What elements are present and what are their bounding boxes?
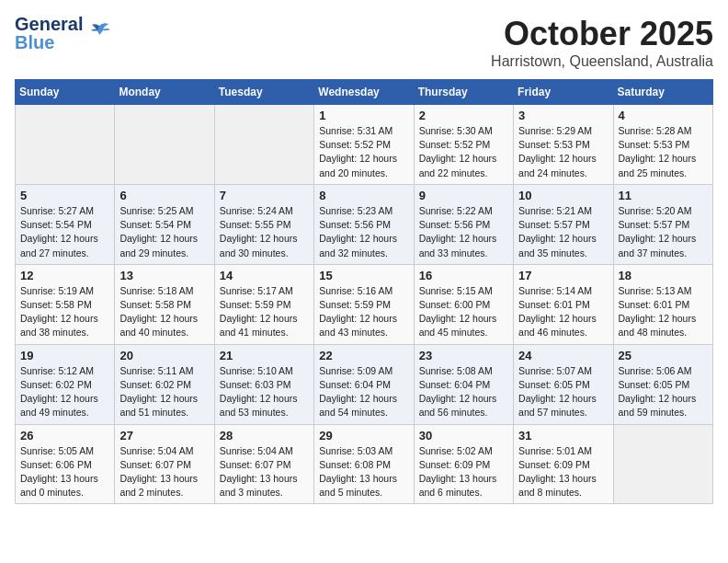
day-info: Sunrise: 5:22 AM Sunset: 5:56 PM Dayligh… <box>419 204 508 260</box>
calendar-body: 1Sunrise: 5:31 AM Sunset: 5:52 PM Daylig… <box>16 105 713 504</box>
day-cell: 7Sunrise: 5:24 AM Sunset: 5:55 PM Daylig… <box>214 184 313 264</box>
logo-blue: Blue <box>15 33 83 52</box>
day-info: Sunrise: 5:18 AM Sunset: 5:58 PM Dayligh… <box>119 284 209 340</box>
day-info: Sunrise: 5:04 AM Sunset: 6:07 PM Dayligh… <box>119 444 209 500</box>
day-info: Sunrise: 5:04 AM Sunset: 6:07 PM Dayligh… <box>220 444 309 500</box>
day-number: 12 <box>20 269 109 282</box>
day-number: 2 <box>419 109 508 122</box>
day-cell: 27Sunrise: 5:04 AM Sunset: 6:07 PM Dayli… <box>115 424 214 504</box>
col-header-monday: Monday <box>115 80 214 105</box>
day-cell: 8Sunrise: 5:23 AM Sunset: 5:56 PM Daylig… <box>314 184 414 264</box>
day-number: 18 <box>619 269 708 282</box>
day-cell: 18Sunrise: 5:13 AM Sunset: 6:01 PM Dayli… <box>613 264 712 344</box>
day-info: Sunrise: 5:01 AM Sunset: 6:09 PM Dayligh… <box>518 444 608 500</box>
day-cell: 17Sunrise: 5:14 AM Sunset: 6:01 PM Dayli… <box>514 264 613 344</box>
day-cell <box>613 424 712 504</box>
day-number: 28 <box>220 429 309 442</box>
day-cell: 20Sunrise: 5:11 AM Sunset: 6:02 PM Dayli… <box>115 344 214 424</box>
day-cell: 9Sunrise: 5:22 AM Sunset: 5:56 PM Daylig… <box>414 184 513 264</box>
day-info: Sunrise: 5:28 AM Sunset: 5:53 PM Dayligh… <box>619 124 708 180</box>
day-number: 17 <box>518 269 608 282</box>
logo-bird-icon <box>86 18 112 44</box>
day-info: Sunrise: 5:05 AM Sunset: 6:06 PM Dayligh… <box>20 444 109 500</box>
col-header-sunday: Sunday <box>16 80 115 105</box>
page-header: General Blue October 2025 Harristown, Qu… <box>15 15 713 70</box>
day-cell: 21Sunrise: 5:10 AM Sunset: 6:03 PM Dayli… <box>214 344 313 424</box>
day-info: Sunrise: 5:02 AM Sunset: 6:09 PM Dayligh… <box>419 444 508 500</box>
day-number: 9 <box>419 189 508 202</box>
logo: General Blue <box>15 15 112 52</box>
month-title: October 2025 <box>491 15 713 53</box>
day-number: 27 <box>119 429 209 442</box>
day-cell: 19Sunrise: 5:12 AM Sunset: 6:02 PM Dayli… <box>16 344 115 424</box>
day-number: 29 <box>319 429 408 442</box>
day-info: Sunrise: 5:03 AM Sunset: 6:08 PM Dayligh… <box>319 444 408 500</box>
day-info: Sunrise: 5:27 AM Sunset: 5:54 PM Dayligh… <box>20 204 109 260</box>
day-info: Sunrise: 5:20 AM Sunset: 5:57 PM Dayligh… <box>619 204 708 260</box>
day-cell: 14Sunrise: 5:17 AM Sunset: 5:59 PM Dayli… <box>214 264 313 344</box>
day-info: Sunrise: 5:17 AM Sunset: 5:59 PM Dayligh… <box>220 284 309 340</box>
day-cell: 5Sunrise: 5:27 AM Sunset: 5:54 PM Daylig… <box>16 184 115 264</box>
day-cell: 4Sunrise: 5:28 AM Sunset: 5:53 PM Daylig… <box>613 105 712 185</box>
day-cell: 22Sunrise: 5:09 AM Sunset: 6:04 PM Dayli… <box>314 344 414 424</box>
day-cell: 15Sunrise: 5:16 AM Sunset: 5:59 PM Dayli… <box>314 264 414 344</box>
day-number: 11 <box>619 189 708 202</box>
day-number: 5 <box>20 189 109 202</box>
location-subtitle: Harristown, Queensland, Australia <box>491 53 713 70</box>
week-row-4: 19Sunrise: 5:12 AM Sunset: 6:02 PM Dayli… <box>16 344 713 424</box>
day-info: Sunrise: 5:06 AM Sunset: 6:05 PM Dayligh… <box>619 364 708 420</box>
day-number: 16 <box>419 269 508 282</box>
day-number: 10 <box>518 189 608 202</box>
day-number: 4 <box>619 109 708 122</box>
day-info: Sunrise: 5:23 AM Sunset: 5:56 PM Dayligh… <box>319 204 408 260</box>
day-number: 8 <box>319 189 408 202</box>
week-row-5: 26Sunrise: 5:05 AM Sunset: 6:06 PM Dayli… <box>16 424 713 504</box>
day-info: Sunrise: 5:09 AM Sunset: 6:04 PM Dayligh… <box>319 364 408 420</box>
day-cell <box>214 105 313 185</box>
day-info: Sunrise: 5:11 AM Sunset: 6:02 PM Dayligh… <box>119 364 209 420</box>
col-header-tuesday: Tuesday <box>214 80 313 105</box>
day-info: Sunrise: 5:30 AM Sunset: 5:52 PM Dayligh… <box>419 124 508 180</box>
day-cell: 1Sunrise: 5:31 AM Sunset: 5:52 PM Daylig… <box>314 105 414 185</box>
day-cell <box>115 105 214 185</box>
logo-general: General <box>15 15 83 33</box>
day-info: Sunrise: 5:25 AM Sunset: 5:54 PM Dayligh… <box>119 204 209 260</box>
day-cell: 25Sunrise: 5:06 AM Sunset: 6:05 PM Dayli… <box>613 344 712 424</box>
col-header-wednesday: Wednesday <box>314 80 414 105</box>
day-cell: 23Sunrise: 5:08 AM Sunset: 6:04 PM Dayli… <box>414 344 513 424</box>
title-block: October 2025 Harristown, Queensland, Aus… <box>491 15 713 70</box>
week-row-2: 5Sunrise: 5:27 AM Sunset: 5:54 PM Daylig… <box>16 184 713 264</box>
day-info: Sunrise: 5:29 AM Sunset: 5:53 PM Dayligh… <box>518 124 608 180</box>
day-number: 1 <box>319 109 408 122</box>
day-cell: 31Sunrise: 5:01 AM Sunset: 6:09 PM Dayli… <box>514 424 613 504</box>
day-cell: 10Sunrise: 5:21 AM Sunset: 5:57 PM Dayli… <box>514 184 613 264</box>
day-cell <box>16 105 115 185</box>
day-cell: 30Sunrise: 5:02 AM Sunset: 6:09 PM Dayli… <box>414 424 513 504</box>
day-cell: 16Sunrise: 5:15 AM Sunset: 6:00 PM Dayli… <box>414 264 513 344</box>
day-cell: 26Sunrise: 5:05 AM Sunset: 6:06 PM Dayli… <box>16 424 115 504</box>
day-info: Sunrise: 5:12 AM Sunset: 6:02 PM Dayligh… <box>20 364 109 420</box>
day-number: 21 <box>220 349 309 362</box>
day-cell: 3Sunrise: 5:29 AM Sunset: 5:53 PM Daylig… <box>514 105 613 185</box>
col-header-saturday: Saturday <box>613 80 712 105</box>
day-number: 23 <box>419 349 508 362</box>
day-cell: 12Sunrise: 5:19 AM Sunset: 5:58 PM Dayli… <box>16 264 115 344</box>
col-header-thursday: Thursday <box>414 80 513 105</box>
days-of-week-row: SundayMondayTuesdayWednesdayThursdayFrid… <box>16 80 713 105</box>
day-number: 14 <box>220 269 309 282</box>
day-number: 3 <box>518 109 608 122</box>
day-cell: 11Sunrise: 5:20 AM Sunset: 5:57 PM Dayli… <box>613 184 712 264</box>
day-number: 15 <box>319 269 408 282</box>
day-info: Sunrise: 5:31 AM Sunset: 5:52 PM Dayligh… <box>319 124 408 180</box>
day-info: Sunrise: 5:13 AM Sunset: 6:01 PM Dayligh… <box>619 284 708 340</box>
day-info: Sunrise: 5:14 AM Sunset: 6:01 PM Dayligh… <box>518 284 608 340</box>
calendar-table: SundayMondayTuesdayWednesdayThursdayFrid… <box>15 79 713 504</box>
col-header-friday: Friday <box>514 80 613 105</box>
day-info: Sunrise: 5:19 AM Sunset: 5:58 PM Dayligh… <box>20 284 109 340</box>
day-info: Sunrise: 5:10 AM Sunset: 6:03 PM Dayligh… <box>220 364 309 420</box>
day-number: 6 <box>119 189 209 202</box>
day-cell: 24Sunrise: 5:07 AM Sunset: 6:05 PM Dayli… <box>514 344 613 424</box>
day-number: 24 <box>518 349 608 362</box>
day-cell: 2Sunrise: 5:30 AM Sunset: 5:52 PM Daylig… <box>414 105 513 185</box>
day-number: 31 <box>518 429 608 442</box>
